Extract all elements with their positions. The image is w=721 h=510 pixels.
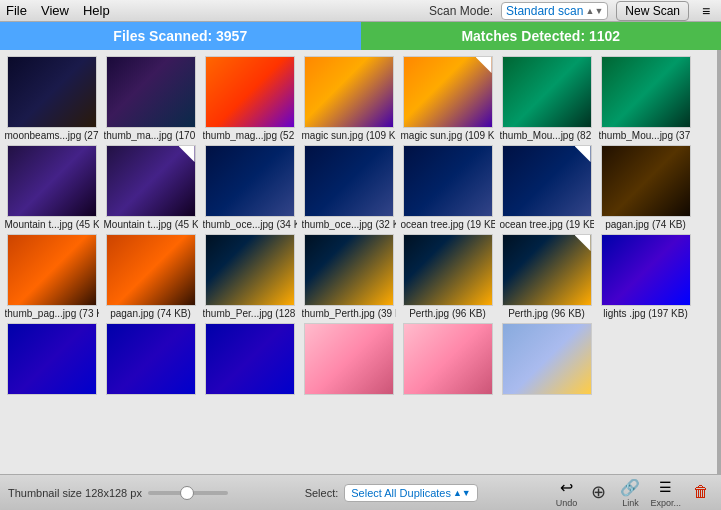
list-item[interactable]: lights .jpg (197 KB) [598,234,693,319]
thumbnail-image [7,323,97,395]
scan-mode-selector[interactable]: Standard scan ▲▼ [501,2,608,20]
list-item[interactable]: Perth.jpg (96 KB) [400,234,495,319]
list-item[interactable]: thumb_oce...jpg (34 KB) [202,145,297,230]
list-item[interactable] [4,323,99,397]
thumbnail-label: moonbeams...jpg (27 KB) [5,130,99,141]
list-item[interactable]: thumb_Per...jpg (128 KB) [202,234,297,319]
thumbnail-label: pagan.jpg (74 KB) [605,219,686,230]
list-item[interactable] [301,323,396,397]
list-item[interactable]: ocean tree.jpg (19 KB) [499,145,594,230]
thumbnail-label: magic sun.jpg (109 KB) [401,130,495,141]
thumbnail-image [106,56,196,128]
thumbnail-image [106,145,196,217]
list-item[interactable]: thumb_Mou...jpg (82 KB) [499,56,594,141]
trash-icon: 🗑 [689,482,713,502]
thumbnail-image [7,56,97,128]
list-item[interactable]: thumb_ma...jpg (170 KB) [103,56,198,141]
thumbnail-label: thumb_pag...jpg (73 KB) [5,308,99,319]
file-menu[interactable]: File [6,3,27,18]
thumbnail-image [7,234,97,306]
thumbnail-image [304,145,394,217]
list-item[interactable]: thumb_mag...jpg (52 KB) [202,56,297,141]
help-menu[interactable]: Help [83,3,110,18]
list-item[interactable] [103,323,198,397]
list-item[interactable]: pagan.jpg (74 KB) [598,145,693,230]
menubar: File View Help Scan Mode: Standard scan … [0,0,721,22]
list-item[interactable]: Mountain t...jpg (45 KB) [4,145,99,230]
view-menu[interactable]: View [41,3,69,18]
thumbnail-image [403,234,493,306]
link-label: Link [622,498,639,508]
thumbnail-image [205,145,295,217]
chevron-icon: ▲▼ [585,6,603,16]
select-duplicates-dropdown[interactable]: Select All Duplicates ▲▼ [344,484,478,502]
scan-mode-label: Scan Mode: [429,4,493,18]
thumbnail-label: thumb_Perth.jpg (39 KB) [302,308,396,319]
list-item[interactable]: moonbeams...jpg (27 KB) [4,56,99,141]
menu-icon-button[interactable]: ≡ [697,2,715,20]
bottom-bar: Thumbnail size 128x128 px Select: Select… [0,474,721,510]
list-item[interactable]: thumb_Perth.jpg (39 KB) [301,234,396,319]
list-item[interactable]: thumb_pag...jpg (73 KB) [4,234,99,319]
thumbnail-label: magic sun.jpg (109 KB) [302,130,396,141]
thumbnail-image [403,56,493,128]
list-item[interactable]: magic sun.jpg (109 KB) [400,56,495,141]
link-button[interactable]: 🔗 Link [618,477,642,508]
list-item[interactable]: magic sun.jpg (109 KB) [301,56,396,141]
thumbnail-image [304,234,394,306]
add-button[interactable]: ⊕ [586,482,610,503]
thumbnail-label: thumb_ma...jpg (170 KB) [104,130,198,141]
scan-mode-value: Standard scan [506,4,583,18]
thumbnail-image [403,323,493,395]
delete-button[interactable]: 🗑 [689,482,713,503]
bottom-right: ↩ Undo ⊕ 🔗 Link ☰ Expor... 🗑 [554,477,713,508]
link-icon: 🔗 [618,477,642,497]
list-item[interactable]: thumb_oce...jpg (32 KB) [301,145,396,230]
thumbnail-image [403,145,493,217]
thumbnail-image [502,234,592,306]
undo-label: Undo [556,498,578,508]
bottom-center: Select: Select All Duplicates ▲▼ [305,484,478,502]
main-thumbnail-area[interactable]: moonbeams...jpg (27 KB)thumb_ma...jpg (1… [0,50,721,474]
thumbnail-image [304,323,394,395]
thumbnail-image [205,323,295,395]
select-label: Select: [305,487,339,499]
thumbnail-label: pagan.jpg (74 KB) [110,308,191,319]
thumbnail-label: thumb_Mou...jpg (37 KB) [599,130,693,141]
list-item[interactable]: thumb_Mou...jpg (37 KB) [598,56,693,141]
list-item[interactable] [499,323,594,397]
thumbnail-size-slider[interactable] [148,491,228,495]
undo-icon: ↩ [554,477,578,497]
thumbnail-image [502,145,592,217]
thumbnail-label: thumb_oce...jpg (32 KB) [302,219,396,230]
thumbnail-label: thumb_mag...jpg (52 KB) [203,130,297,141]
thumbnail-label: thumb_Per...jpg (128 KB) [203,308,297,319]
thumbnail-label: Mountain t...jpg (45 KB) [5,219,99,230]
bottom-left: Thumbnail size 128x128 px [8,487,228,499]
select-duplicates-label: Select All Duplicates [351,487,451,499]
thumb-size-label: Thumbnail size 128x128 px [8,487,142,499]
menubar-right: Scan Mode: Standard scan ▲▼ New Scan ≡ [429,1,715,21]
thumbnail-image [106,234,196,306]
stats-bar: Files Scanned: 3957 Matches Detected: 11… [0,22,721,50]
list-item[interactable]: pagan.jpg (74 KB) [103,234,198,319]
export-button[interactable]: ☰ Expor... [650,477,681,508]
slider-thumb[interactable] [180,486,194,500]
thumbnail-image [601,145,691,217]
list-item[interactable] [400,323,495,397]
list-item[interactable]: Perth.jpg (96 KB) [499,234,594,319]
thumbnail-image [601,56,691,128]
files-scanned-stat: Files Scanned: 3957 [0,22,361,50]
list-item[interactable]: Mountain t...jpg (45 KB) [103,145,198,230]
export-icon: ☰ [654,477,678,497]
list-item[interactable] [202,323,297,397]
thumbnail-label: ocean tree.jpg (19 KB) [401,219,495,230]
export-label: Expor... [650,498,681,508]
matches-detected-stat: Matches Detected: 1102 [361,22,722,50]
list-item[interactable]: ocean tree.jpg (19 KB) [400,145,495,230]
new-scan-button[interactable]: New Scan [616,1,689,21]
thumbnail-image [7,145,97,217]
add-icon: ⊕ [586,482,610,502]
undo-button[interactable]: ↩ Undo [554,477,578,508]
thumbnail-label: thumb_oce...jpg (34 KB) [203,219,297,230]
